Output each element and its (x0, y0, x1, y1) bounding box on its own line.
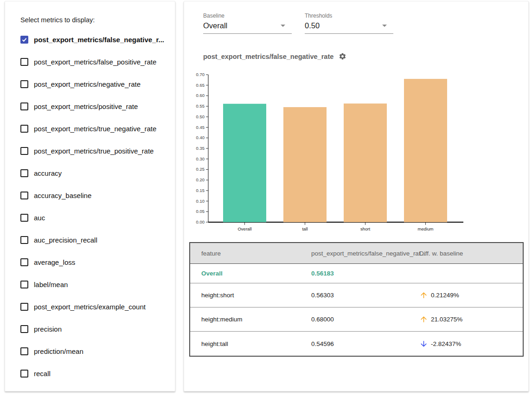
checkbox-checked-icon[interactable] (20, 36, 28, 44)
value-cell: 0.68000 (311, 316, 419, 323)
checkbox-icon[interactable] (20, 192, 28, 199)
metric-item-false-positive-rate[interactable]: post_export_metrics/false_positive_rate (5, 51, 175, 73)
svg-text:Overall: Overall (237, 226, 251, 231)
checkbox-icon[interactable] (20, 169, 28, 177)
metric-item-precision[interactable]: precision (5, 318, 175, 340)
baseline-label: Baseline (203, 13, 292, 19)
controls-row: Baseline Overall Thresholds 0.50 (184, 1, 528, 34)
metric-visualization-panel: Baseline Overall Thresholds 0.50 post_ex… (184, 1, 529, 391)
svg-text:0.10: 0.10 (196, 198, 205, 204)
metric-item-false-negative-rate[interactable]: post_export_metrics/false_negative_r... (5, 28, 175, 51)
svg-text:0.25: 0.25 (196, 166, 205, 172)
metric-label: label/mean (34, 281, 68, 288)
table-row-height-short: height:short 0.56303 0.21249% (190, 283, 523, 307)
metric-label: post_export_metrics/true_negative_rate (34, 125, 156, 133)
thresholds-value: 0.50 (305, 21, 320, 30)
arrow-down-icon (419, 339, 428, 348)
column-header-feature: feature (201, 250, 311, 257)
metric-item-accuracy[interactable]: accuracy (5, 162, 175, 184)
chevron-down-icon (382, 25, 387, 27)
metric-item-recall[interactable]: recall (5, 362, 175, 384)
checkbox-icon[interactable] (20, 147, 28, 155)
svg-text:0.05: 0.05 (196, 209, 205, 214)
diff-cell: 0.21249% (419, 291, 523, 300)
metrics-table: feature post_export_metrics/false_negati… (189, 242, 524, 357)
metric-label: accuracy_baseline (34, 192, 91, 199)
thresholds-select[interactable]: Thresholds 0.50 (305, 13, 393, 34)
checkbox-icon[interactable] (20, 303, 28, 311)
svg-text:0.30: 0.30 (196, 156, 205, 161)
metric-item-example-count[interactable]: post_export_metrics/example_count (5, 295, 175, 318)
metric-selector-title: Select metrics to display: (5, 1, 175, 24)
metric-label: post_export_metrics/true_positive_rate (34, 147, 154, 155)
metric-item-label-mean[interactable]: label/mean (5, 273, 175, 295)
table-row-height-medium: height:medium 0.68000 21.03275% (190, 307, 523, 332)
baseline-select[interactable]: Baseline Overall (203, 13, 292, 34)
svg-text:medium: medium (418, 226, 434, 231)
metric-label: post_export_metrics/example_count (34, 303, 146, 311)
checkbox-icon[interactable] (20, 347, 28, 355)
metric-item-average-loss[interactable]: average_loss (5, 251, 175, 273)
metric-label: post_export_metrics/negative_rate (34, 80, 141, 88)
column-header-metric: post_export_metrics/false_negative_rat..… (311, 250, 419, 257)
svg-text:0.35: 0.35 (196, 146, 205, 151)
checkbox-icon[interactable] (20, 281, 28, 288)
metric-item-true-positive-rate[interactable]: post_export_metrics/true_positive_rate (5, 140, 175, 162)
table-row-overall: Overall 0.56183 (190, 264, 523, 283)
metric-selector-panel: Select metrics to display: post_export_m… (5, 1, 175, 391)
checkbox-icon[interactable] (20, 370, 28, 378)
arrow-up-icon (419, 315, 428, 324)
metric-label: post_export_metrics/positive_rate (34, 102, 138, 110)
svg-text:0.50: 0.50 (196, 114, 205, 119)
diff-cell: 21.03275% (419, 315, 523, 324)
column-header-diff: Diff. w. baseline (419, 250, 523, 257)
feature-cell: Overall (201, 270, 311, 277)
metric-label: prediction/mean (34, 347, 83, 355)
svg-text:0.65: 0.65 (196, 83, 205, 88)
bar-chart[interactable]: 0.000.050.100.150.200.250.300.350.400.45… (184, 69, 529, 240)
table-header-row: feature post_export_metrics/false_negati… (190, 243, 523, 264)
arrow-up-icon (419, 291, 428, 300)
feature-cell: height:short (201, 292, 311, 299)
baseline-value: Overall (203, 21, 227, 30)
feature-cell: height:medium (201, 316, 311, 323)
metric-label: average_loss (34, 258, 75, 266)
value-cell: 0.54596 (311, 340, 419, 347)
diff-value: 0.21249% (431, 292, 459, 299)
metric-label: accuracy (34, 169, 62, 177)
svg-text:0.55: 0.55 (196, 103, 205, 109)
metric-item-prediction-mean[interactable]: prediction/mean (5, 340, 175, 362)
chart-title-row: post_export_metrics/false_negative_rate (203, 52, 528, 60)
metric-label: recall (34, 370, 51, 378)
metric-label: auc_precision_recall (34, 236, 97, 244)
metric-item-auc-precision-recall[interactable]: auc_precision_recall (5, 229, 175, 251)
checkbox-icon[interactable] (20, 258, 28, 266)
checkbox-icon[interactable] (20, 125, 28, 133)
table-row-height-tall: height:tall 0.54596 -2.82437% (190, 332, 523, 356)
checkbox-icon[interactable] (20, 325, 28, 333)
metric-label: precision (34, 325, 62, 333)
metric-label: auc (34, 214, 45, 222)
thresholds-label: Thresholds (305, 13, 393, 19)
checkbox-icon[interactable] (20, 80, 28, 88)
svg-text:0.45: 0.45 (196, 125, 205, 130)
diff-cell: -2.82437% (419, 339, 523, 348)
svg-text:0.70: 0.70 (196, 72, 205, 77)
metric-label: post_export_metrics/false_negative_r... (34, 36, 164, 44)
svg-text:0.60: 0.60 (196, 93, 205, 98)
checkbox-icon[interactable] (20, 58, 28, 66)
metric-item-auc[interactable]: auc (5, 206, 175, 229)
chevron-down-icon (281, 25, 285, 27)
checkbox-icon[interactable] (20, 214, 28, 222)
svg-text:tall: tall (302, 226, 308, 231)
checkbox-icon[interactable] (20, 236, 28, 244)
metric-item-negative-rate[interactable]: post_export_metrics/negative_rate (5, 73, 175, 95)
svg-text:short: short (360, 226, 370, 231)
feature-cell: height:tall (201, 340, 311, 347)
metric-item-true-negative-rate[interactable]: post_export_metrics/true_negative_rate (5, 117, 175, 140)
metric-item-accuracy-baseline[interactable]: accuracy_baseline (5, 184, 175, 206)
svg-text:0.40: 0.40 (196, 135, 205, 140)
checkbox-icon[interactable] (20, 102, 28, 110)
metric-item-positive-rate[interactable]: post_export_metrics/positive_rate (5, 95, 175, 117)
gear-icon[interactable] (339, 52, 346, 60)
